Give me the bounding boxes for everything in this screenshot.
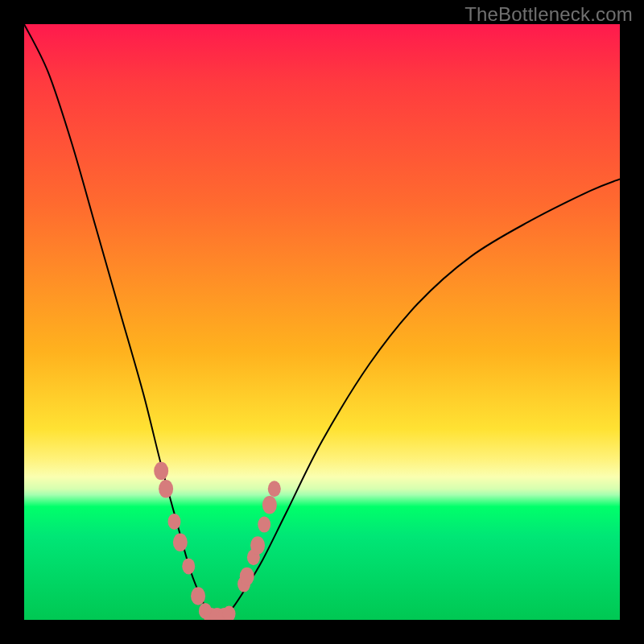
watermark-text: TheBottleneck.com	[464, 3, 633, 26]
chart-frame: TheBottleneck.com	[0, 0, 644, 644]
chart-plot-area	[24, 24, 620, 620]
